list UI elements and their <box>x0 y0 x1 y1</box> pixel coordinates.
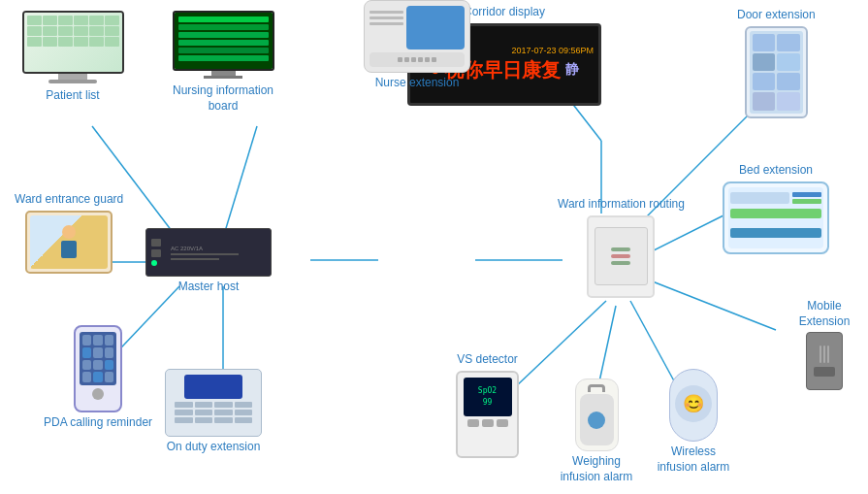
wireless-label: Wireless infusion alarm <box>650 445 737 475</box>
door-extension-device <box>745 26 808 118</box>
on-duty-device <box>165 369 262 437</box>
nurse-extension-device <box>364 0 470 73</box>
weighing-device <box>575 379 619 451</box>
ward-entrance-node: Ward entrance guard <box>15 189 123 274</box>
vs-detector-device: SpO2 99 <box>456 371 519 458</box>
patient-list-device <box>19 8 126 85</box>
svg-line-1 <box>223 126 257 238</box>
bed-extension-device <box>723 181 829 254</box>
corridor-display-label: Corridor display <box>464 5 545 20</box>
bed-extension-label: Bed extension <box>739 163 813 179</box>
master-host-device: AC 220V/1A <box>145 228 272 277</box>
ward-entrance-device <box>25 211 113 274</box>
pda-label: PDA calling reminder <box>44 415 152 431</box>
ward-routing-device <box>587 215 655 298</box>
patient-list-label: Patient list <box>46 88 99 104</box>
door-extension-node: Door extension <box>737 5 816 118</box>
ward-entrance-label: Ward entrance guard <box>15 192 123 208</box>
pda-node: PDA calling reminder <box>44 325 152 431</box>
bed-extension-node: Bed extension <box>723 160 829 254</box>
nursing-board-label: Nursing information board <box>170 83 276 114</box>
ward-routing-label: Ward information routing <box>558 197 685 213</box>
svg-line-11 <box>514 301 606 388</box>
vs-detector-label: VS detector <box>457 352 518 368</box>
mobile-label: Mobile Extension <box>781 299 868 329</box>
wireless-node: 😊 Wireless infusion alarm <box>650 369 737 475</box>
vs-detector-node: VS detector SpO2 99 <box>456 349 519 458</box>
wireless-device: 😊 <box>669 369 718 442</box>
nursing-board-node: Nursing information board <box>170 8 276 114</box>
nurse-extension-node: Nurse extension <box>364 0 470 91</box>
weighing-node: Weighing infusion alarm <box>553 379 640 484</box>
nurse-extension-label: Nurse extension <box>375 76 460 91</box>
ward-routing-node: Ward information routing <box>558 194 685 298</box>
pda-device <box>74 325 122 412</box>
quiet-icon: 静 <box>565 61 579 79</box>
diagram-container: Patient list Nursing infor <box>0 0 868 494</box>
on-duty-label: On duty extension <box>167 440 261 455</box>
nursing-board-device <box>170 8 276 81</box>
mobile-device <box>806 332 843 390</box>
on-duty-node: On duty extension <box>165 369 262 455</box>
door-extension-label: Door extension <box>737 8 816 23</box>
mobile-node: Mobile Extension <box>781 296 868 390</box>
master-host-label: Master host <box>178 280 240 295</box>
master-host-node: AC 220V/1A Master host <box>145 228 272 295</box>
weighing-label: Weighing infusion alarm <box>553 454 640 484</box>
patient-list-node: Patient list <box>19 8 126 104</box>
